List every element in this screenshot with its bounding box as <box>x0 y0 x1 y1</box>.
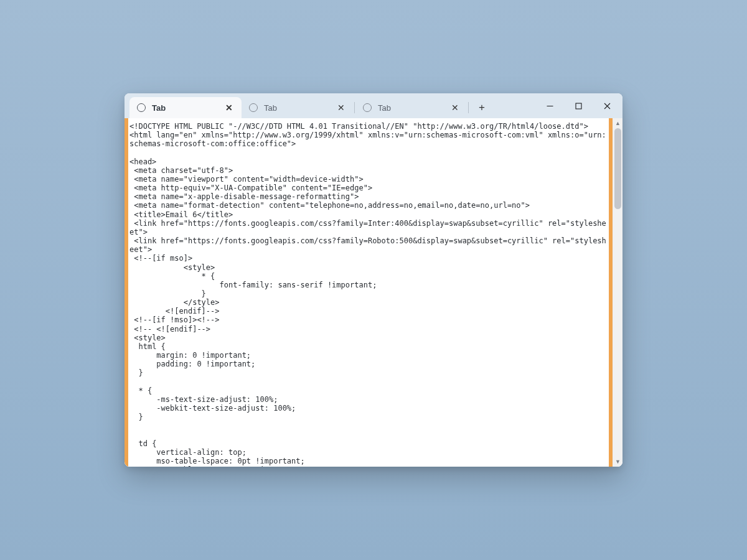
tab-strip: Tab ✕ Tab ✕ Tab ✕ + <box>129 93 535 118</box>
tab-label: Tab <box>378 103 449 113</box>
scroll-up-icon[interactable]: ▲ <box>613 118 622 128</box>
window-controls <box>535 93 622 118</box>
tab-separator <box>354 102 355 113</box>
tab-favicon-icon <box>249 103 258 112</box>
tab-favicon-icon <box>363 103 372 112</box>
tab-inactive[interactable]: Tab ✕ <box>242 97 354 118</box>
tab-close-icon[interactable]: ✕ <box>335 101 347 114</box>
tab-close-icon[interactable]: ✕ <box>223 101 235 114</box>
maximize-icon <box>575 103 582 110</box>
tab-inactive[interactable]: Tab ✕ <box>355 97 467 118</box>
source-code: <!DOCTYPE HTML PUBLIC "-//W3C//DTD HTML … <box>128 118 609 467</box>
scroll-down-icon[interactable]: ▼ <box>613 457 622 467</box>
minimize-button[interactable] <box>535 93 564 118</box>
scrollbar-thumb[interactable] <box>614 128 621 209</box>
minimize-icon <box>547 103 553 110</box>
svg-rect-1 <box>576 103 581 109</box>
tab-active[interactable]: Tab ✕ <box>129 97 242 118</box>
content-area: <!DOCTYPE HTML PUBLIC "-//W3C//DTD HTML … <box>125 118 622 467</box>
tab-close-icon[interactable]: ✕ <box>449 101 461 114</box>
close-icon <box>604 103 611 110</box>
app-window: Tab ✕ Tab ✕ Tab ✕ + <box>125 93 622 467</box>
new-tab-button[interactable]: + <box>472 98 492 118</box>
titlebar: Tab ✕ Tab ✕ Tab ✕ + <box>125 93 622 118</box>
code-viewport[interactable]: <!DOCTYPE HTML PUBLIC "-//W3C//DTD HTML … <box>128 118 609 467</box>
plus-icon: + <box>479 101 485 114</box>
scrollbar-track[interactable] <box>613 128 622 457</box>
tab-favicon-icon <box>137 103 146 112</box>
maximize-button[interactable] <box>564 93 593 118</box>
vertical-scrollbar[interactable]: ▲ ▼ <box>613 118 622 467</box>
tab-label: Tab <box>152 103 223 113</box>
tab-separator <box>468 102 469 113</box>
close-button[interactable] <box>593 93 621 118</box>
tab-label: Tab <box>264 103 335 113</box>
